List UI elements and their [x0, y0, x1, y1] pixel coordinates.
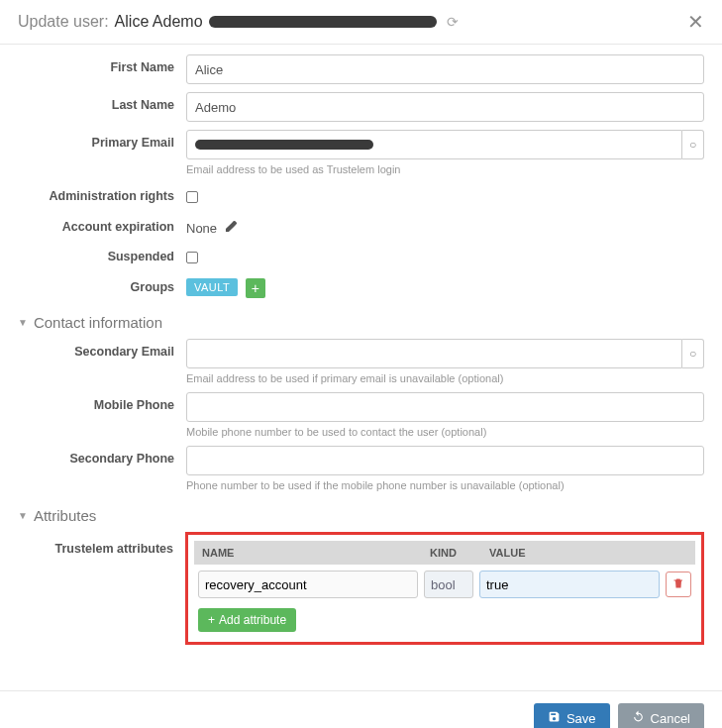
save-button[interactable]: Save	[534, 703, 610, 728]
last-name-label: Last Name	[18, 92, 186, 112]
suspended-checkbox[interactable]	[186, 252, 198, 263]
account-expiration-label: Account expiration	[18, 214, 186, 234]
save-label: Save	[567, 711, 596, 726]
group-tag[interactable]: VAULT	[186, 278, 238, 296]
add-attribute-label: Add attribute	[219, 613, 286, 627]
refresh-icon[interactable]: ⟳	[447, 14, 459, 30]
cancel-label: Cancel	[651, 711, 690, 726]
col-kind-header: KIND	[430, 547, 489, 559]
attributes-panel: NAME KIND VALUE bool +	[185, 532, 704, 645]
trash-icon	[672, 577, 684, 592]
secondary-phone-input[interactable]	[186, 446, 704, 475]
add-attribute-button[interactable]: + Add attribute	[198, 608, 296, 632]
contact-section-title: Contact information	[34, 314, 162, 331]
plus-icon: +	[208, 613, 215, 627]
primary-email-input[interactable]	[186, 130, 682, 159]
trustelem-attributes-label: Trustelem attributes	[18, 532, 185, 645]
secondary-email-input[interactable]	[186, 339, 682, 368]
groups-label: Groups	[18, 274, 186, 294]
delete-attribute-button[interactable]	[666, 572, 691, 597]
attributes-section-title: Attributes	[34, 507, 96, 524]
secondary-email-helper: Email address to be used if primary emai…	[186, 372, 704, 384]
contact-section-toggle[interactable]: ▼ Contact information	[18, 314, 704, 331]
attribute-kind-value: bool	[424, 571, 473, 598]
attributes-table-header: NAME KIND VALUE	[194, 541, 695, 565]
attribute-name-input[interactable]	[198, 571, 418, 598]
secondary-email-status-icon[interactable]: ○	[682, 339, 704, 368]
admin-rights-label: Administration rights	[18, 183, 186, 203]
save-icon	[548, 710, 561, 726]
mobile-phone-helper: Mobile phone number to be used to contac…	[186, 426, 704, 438]
attribute-value-input[interactable]	[479, 571, 660, 598]
secondary-phone-label: Secondary Phone	[18, 446, 186, 466]
primary-email-label: Primary Email	[18, 130, 186, 150]
close-icon[interactable]: ✕	[687, 12, 704, 32]
caret-down-icon: ▼	[18, 510, 28, 521]
secondary-email-label: Secondary Email	[18, 339, 186, 359]
cancel-button[interactable]: Cancel	[618, 703, 704, 728]
modal-title: Update user: Alice Ademo ⟳	[18, 13, 459, 31]
col-name-header: NAME	[202, 547, 430, 559]
first-name-input[interactable]	[186, 54, 704, 84]
mobile-phone-label: Mobile Phone	[18, 392, 186, 412]
admin-rights-checkbox[interactable]	[186, 191, 198, 203]
title-prefix: Update user:	[18, 13, 109, 31]
attribute-row: bool	[194, 565, 695, 604]
mobile-phone-input[interactable]	[186, 392, 704, 422]
suspended-label: Suspended	[18, 244, 186, 263]
redacted-email	[195, 140, 373, 150]
attributes-section-toggle[interactable]: ▼ Attributes	[18, 507, 704, 524]
last-name-input[interactable]	[186, 92, 704, 122]
redacted-suffix	[209, 16, 437, 28]
account-expiration-value: None	[186, 221, 217, 236]
undo-icon	[632, 710, 645, 726]
secondary-phone-helper: Phone number to be used if the mobile ph…	[186, 479, 704, 491]
caret-down-icon: ▼	[18, 317, 28, 328]
title-username: Alice Ademo	[115, 13, 203, 31]
edit-expiration-icon[interactable]	[225, 220, 238, 236]
first-name-label: First Name	[18, 54, 186, 74]
primary-email-status-icon[interactable]: ○	[682, 130, 704, 159]
add-group-button[interactable]: +	[246, 278, 265, 298]
primary-email-helper: Email address to be used as Trustelem lo…	[186, 163, 704, 175]
col-value-header: VALUE	[489, 547, 658, 559]
